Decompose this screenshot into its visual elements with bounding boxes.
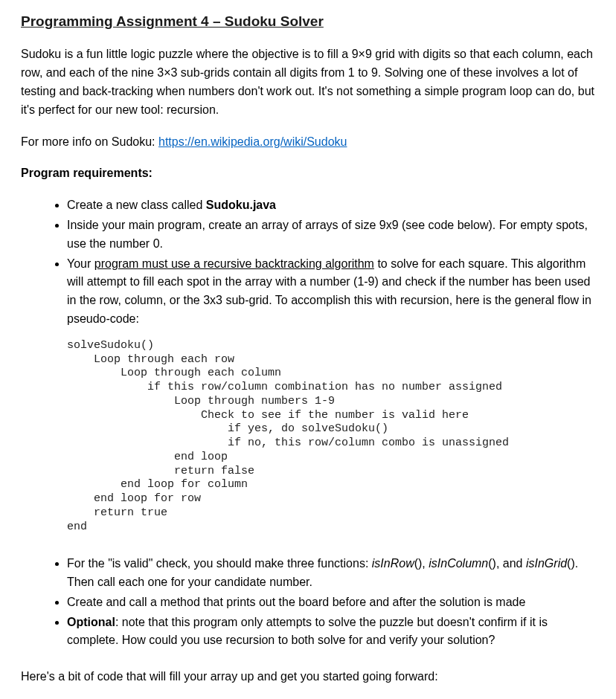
req4-prefix: For the "is valid" check, you should mak… — [67, 557, 372, 570]
list-item: Your program must use a recursive backtr… — [67, 255, 595, 535]
list-item: Inside your main program, create an arra… — [67, 216, 595, 254]
pseudocode-block: solveSudoku() Loop through each row Loop… — [67, 339, 595, 535]
req6-rest: : note that this program only attempts t… — [67, 616, 548, 647]
requirements-list: Create a new class called Sudoku.java In… — [21, 196, 595, 650]
req4-f1: isInRow — [372, 557, 414, 570]
requirements-heading: Program requirements: — [21, 164, 595, 183]
closing-line: Here's a bit of code that will fill your… — [21, 668, 595, 686]
list-item: Optional: note that this program only at… — [67, 613, 595, 651]
more-info-prefix: For more info on Sudoku: — [21, 135, 158, 148]
list-item: Create a new class called Sudoku.java — [67, 196, 595, 215]
req4-f2: isInColumn — [429, 557, 488, 570]
req4-p2: (), and — [488, 557, 526, 570]
req3-underline: program must use a recursive backtrackin… — [94, 257, 374, 270]
wikipedia-link[interactable]: https://en.wikipedia.org/wiki/Sudoku — [158, 135, 347, 148]
list-item: For the "is valid" check, you should mak… — [67, 555, 595, 592]
req1-prefix: Create a new class called — [67, 199, 206, 211]
list-item: Create and call a method that prints out… — [67, 593, 595, 612]
req1-class: Sudoku.java — [206, 199, 276, 211]
req3-prefix: Your — [67, 257, 94, 270]
req4-f3: isInGrid — [526, 557, 567, 570]
page-title: Programming Assignment 4 – Sudoku Solver — [21, 10, 595, 32]
req4-p1: (), — [414, 557, 429, 570]
req6-bold: Optional — [67, 616, 115, 628]
intro-paragraph: Sudoku is a fun little logic puzzle wher… — [21, 45, 595, 119]
more-info-line: For more info on Sudoku: https://en.wiki… — [21, 133, 595, 152]
